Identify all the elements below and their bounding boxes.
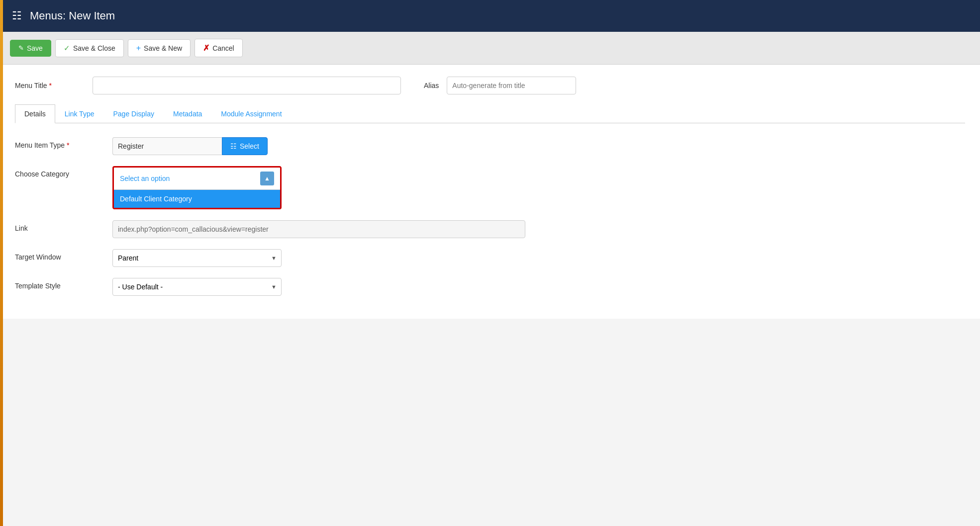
category-dropdown[interactable]: Select an option ▲ Default Client Catego… xyxy=(112,166,282,209)
target-window-control: Parent xyxy=(112,249,282,267)
select-grid-icon: ☷ xyxy=(230,142,237,150)
choose-category-control: Select an option ▲ Default Client Catego… xyxy=(112,166,282,209)
menu-grid-icon: ☷ xyxy=(12,9,22,22)
menu-item-type-control: Register ☷ Select xyxy=(112,137,268,155)
menu-title-input[interactable] xyxy=(93,77,401,94)
choose-category-row: Choose Category Select an option ▲ Defau… xyxy=(15,166,965,209)
save-new-button[interactable]: + Save & New xyxy=(128,39,191,57)
tab-bar: Details Link Type Page Display Metadata … xyxy=(15,104,965,123)
tab-module-assignment[interactable]: Module Assignment xyxy=(211,104,291,123)
save-close-label: Save & Close xyxy=(73,44,115,52)
link-input[interactable] xyxy=(112,220,525,238)
target-window-wrapper: Parent xyxy=(112,249,282,267)
tab-metadata[interactable]: Metadata xyxy=(164,104,211,123)
page-header: ☷ Menus: New Item xyxy=(0,0,980,32)
cancel-button[interactable]: ✗ Cancel xyxy=(195,39,243,57)
alias-input[interactable] xyxy=(447,77,576,94)
tab-page-display[interactable]: Page Display xyxy=(103,104,164,123)
save-icon: ✎ xyxy=(18,44,24,52)
toolbar: ✎ Save ✓ Save & Close + Save & New ✗ Can… xyxy=(0,32,980,65)
dropdown-arrow-icon: ▲ xyxy=(260,172,274,185)
plus-icon: + xyxy=(136,44,141,53)
tab-details[interactable]: Details xyxy=(15,104,55,123)
template-style-row: Template Style - Use Default - xyxy=(15,278,965,296)
link-control xyxy=(112,220,525,238)
menu-item-type-value: Register xyxy=(112,137,222,155)
menu-item-type-label: Menu Item Type * xyxy=(15,137,104,149)
menu-title-row: Menu Title * Alias xyxy=(15,77,965,94)
check-icon: ✓ xyxy=(64,44,70,53)
cancel-label: Cancel xyxy=(212,44,234,52)
target-window-select[interactable]: Parent xyxy=(112,249,282,267)
tab-link-type[interactable]: Link Type xyxy=(55,104,104,123)
dropdown-placeholder: Select an option xyxy=(120,175,170,182)
target-window-label: Target Window xyxy=(15,249,104,261)
page-title: Menus: New Item xyxy=(30,9,115,22)
cancel-icon: ✗ xyxy=(203,43,209,53)
select-label: Select xyxy=(240,142,259,150)
save-button-label: Save xyxy=(27,44,43,52)
choose-category-label: Choose Category xyxy=(15,166,104,178)
menu-title-label: Menu Title * xyxy=(15,82,85,89)
save-close-button[interactable]: ✓ Save & Close xyxy=(55,39,124,57)
template-style-select[interactable]: - Use Default - xyxy=(112,278,282,296)
save-new-label: Save & New xyxy=(144,44,182,52)
template-style-label: Template Style xyxy=(15,278,104,290)
menu-item-type-row: Menu Item Type * Register ☷ Select xyxy=(15,137,965,155)
template-style-control: - Use Default - xyxy=(112,278,282,296)
link-label: Link xyxy=(15,220,104,232)
link-row: Link xyxy=(15,220,965,238)
select-button[interactable]: ☷ Select xyxy=(222,137,268,155)
template-style-wrapper: - Use Default - xyxy=(112,278,282,296)
alias-label: Alias xyxy=(424,82,439,89)
target-window-row: Target Window Parent xyxy=(15,249,965,267)
left-accent-bar xyxy=(0,0,3,319)
dropdown-option-default[interactable]: Default Client Category xyxy=(114,190,280,208)
save-button[interactable]: ✎ Save xyxy=(10,40,51,57)
dropdown-options: Default Client Category xyxy=(114,190,280,208)
main-content: Menu Title * Alias Details Link Type Pag… xyxy=(0,65,980,319)
dropdown-trigger[interactable]: Select an option ▲ xyxy=(114,168,280,190)
